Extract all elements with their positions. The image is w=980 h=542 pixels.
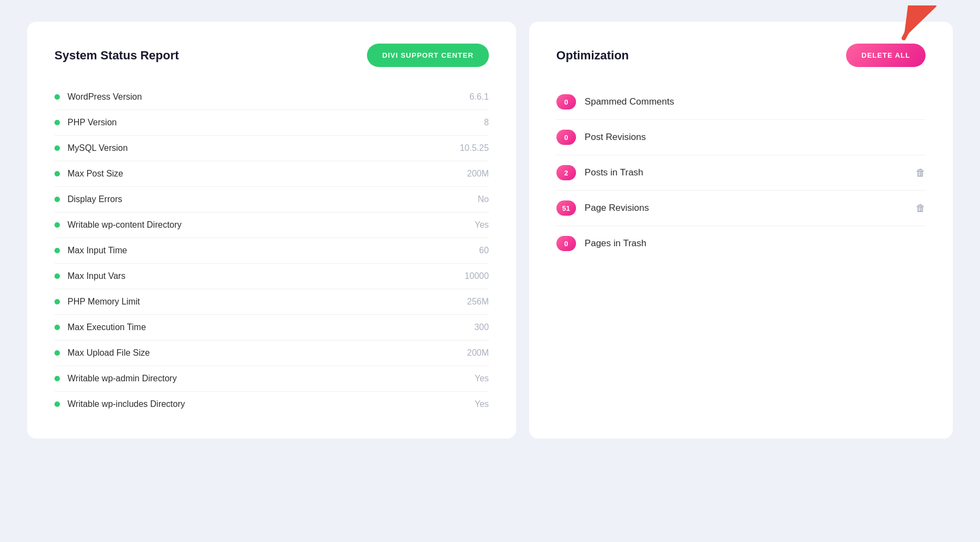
status-value: Yes [475, 399, 489, 409]
status-label: PHP Memory Limit [68, 297, 140, 307]
opt-label: Pages in Trash [585, 238, 926, 249]
status-value: 200M [467, 348, 489, 358]
status-item-left: Writable wp-admin Directory [54, 374, 177, 383]
status-label: Writable wp-includes Directory [68, 399, 185, 409]
opt-item: 0 Spammed Comments [556, 84, 926, 120]
status-item-left: MySQL Version [54, 143, 128, 153]
status-value: 256M [467, 297, 489, 307]
status-label: Writable wp-content Directory [68, 220, 182, 230]
status-label: Max Input Time [68, 246, 127, 255]
status-dot [54, 145, 60, 151]
opt-badge: 0 [556, 130, 576, 145]
status-item-left: Max Input Vars [54, 271, 125, 281]
status-label: Display Errors [68, 194, 122, 204]
status-item-left: Max Post Size [54, 169, 123, 179]
opt-item: 0 Pages in Trash [556, 226, 926, 261]
status-value: No [477, 194, 488, 204]
status-item: Writable wp-admin Directory Yes [54, 366, 489, 392]
status-label: WordPress Version [68, 92, 142, 102]
status-dot [54, 94, 60, 100]
status-list: WordPress Version 6.6.1 PHP Version 8 My… [54, 84, 489, 417]
trash-icon[interactable]: 🗑 [916, 167, 926, 179]
status-label: PHP Version [68, 118, 117, 127]
status-item-left: Max Input Time [54, 246, 127, 255]
status-dot [54, 401, 60, 407]
status-item: WordPress Version 6.6.1 [54, 84, 489, 110]
status-item: PHP Memory Limit 256M [54, 289, 489, 315]
opt-badge: 0 [556, 94, 576, 109]
optimization-title: Optimization [556, 48, 629, 63]
opt-item: 51 Page Revisions 🗑 [556, 191, 926, 226]
status-value: Yes [475, 220, 489, 230]
status-dot [54, 376, 60, 381]
status-value: 10000 [464, 271, 489, 281]
system-status-card: System Status Report DIVI SUPPORT CENTER… [27, 22, 516, 439]
status-value: 60 [479, 246, 489, 255]
status-item: Max Input Time 60 [54, 238, 489, 264]
optimization-card: Optimization DELETE ALL 0 Spammed Commen… [529, 22, 953, 439]
status-item-left: Display Errors [54, 194, 122, 204]
status-item: Max Execution Time 300 [54, 315, 489, 340]
status-item: Writable wp-includes Directory Yes [54, 392, 489, 417]
status-item: Max Input Vars 10000 [54, 264, 489, 289]
status-dot [54, 248, 60, 253]
optimization-list: 0 Spammed Comments 0 Post Revisions 2 Po… [556, 84, 926, 261]
status-item: Max Upload File Size 200M [54, 340, 489, 366]
opt-badge: 2 [556, 165, 576, 180]
status-item: MySQL Version 10.5.25 [54, 136, 489, 161]
status-value: 300 [474, 322, 489, 332]
status-item: PHP Version 8 [54, 110, 489, 136]
status-item-left: Max Execution Time [54, 322, 146, 332]
optimization-header: Optimization DELETE ALL [556, 44, 926, 67]
opt-label: Post Revisions [585, 132, 926, 143]
system-status-header: System Status Report DIVI SUPPORT CENTER [54, 44, 489, 67]
status-value: 6.6.1 [469, 92, 489, 102]
opt-item: 0 Post Revisions [556, 120, 926, 155]
status-value: 200M [467, 169, 489, 179]
status-dot [54, 299, 60, 305]
opt-item: 2 Posts in Trash 🗑 [556, 155, 926, 191]
status-dot [54, 350, 60, 356]
trash-icon[interactable]: 🗑 [916, 203, 926, 214]
status-item: Writable wp-content Directory Yes [54, 212, 489, 238]
status-label: Writable wp-admin Directory [68, 374, 177, 383]
status-dot [54, 273, 60, 279]
status-item-left: Writable wp-includes Directory [54, 399, 185, 409]
status-value: Yes [475, 374, 489, 383]
page-container: System Status Report DIVI SUPPORT CENTER… [27, 22, 953, 439]
status-value: 10.5.25 [460, 143, 488, 153]
system-status-title: System Status Report [54, 48, 179, 63]
status-value: 8 [484, 118, 489, 127]
status-dot [54, 222, 60, 228]
status-item-left: PHP Version [54, 118, 117, 127]
status-dot [54, 197, 60, 202]
status-label: Max Upload File Size [68, 348, 150, 358]
status-item: Display Errors No [54, 187, 489, 212]
opt-badge: 0 [556, 236, 576, 251]
opt-label: Spammed Comments [585, 96, 926, 107]
status-item: Max Post Size 200M [54, 161, 489, 187]
status-label: Max Execution Time [68, 322, 146, 332]
divi-support-center-button[interactable]: DIVI SUPPORT CENTER [367, 44, 489, 67]
opt-label: Page Revisions [585, 203, 907, 214]
status-dot [54, 120, 60, 125]
status-item-left: PHP Memory Limit [54, 297, 140, 307]
status-dot [54, 171, 60, 176]
status-item-left: Writable wp-content Directory [54, 220, 182, 230]
status-label: MySQL Version [68, 143, 128, 153]
status-label: Max Post Size [68, 169, 123, 179]
opt-label: Posts in Trash [585, 167, 907, 178]
status-dot [54, 325, 60, 330]
delete-all-button[interactable]: DELETE ALL [846, 44, 926, 67]
opt-badge: 51 [556, 200, 576, 216]
status-item-left: Max Upload File Size [54, 348, 150, 358]
status-item-left: WordPress Version [54, 92, 142, 102]
status-label: Max Input Vars [68, 271, 125, 281]
